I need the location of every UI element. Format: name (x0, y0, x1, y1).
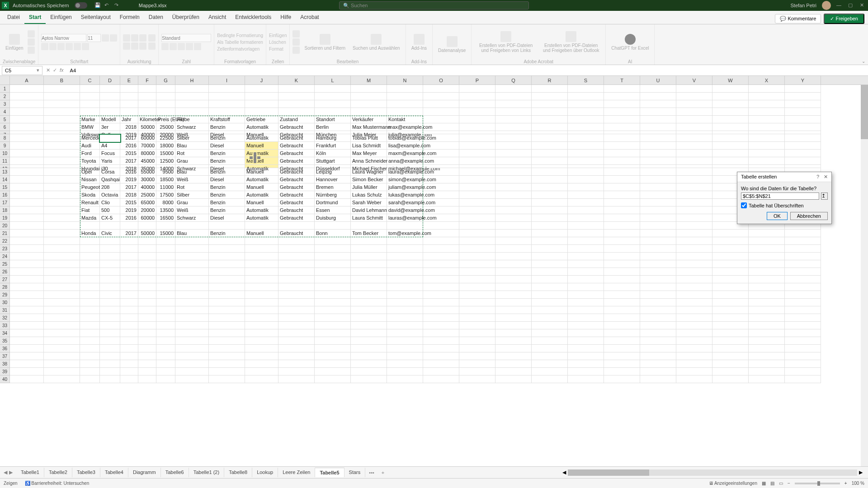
column-header[interactable]: S (568, 76, 604, 84)
cell[interactable] (495, 93, 532, 100)
cell[interactable] (532, 108, 568, 116)
data-analysis-button[interactable]: Datenanalyse (435, 34, 468, 55)
cell[interactable] (568, 123, 604, 131)
cell[interactable] (459, 375, 495, 383)
sheet-tab[interactable]: Tabelle3 (72, 468, 100, 477)
cell[interactable] (604, 150, 640, 157)
cell[interactable] (423, 260, 459, 268)
row-header[interactable]: 30 (0, 299, 10, 306)
cell[interactable] (749, 150, 785, 157)
cell[interactable] (459, 165, 495, 168)
cell[interactable] (712, 131, 749, 134)
cell[interactable]: 9500 (156, 168, 175, 176)
cell[interactable] (120, 222, 138, 230)
cell[interactable]: Gebraucht (278, 206, 315, 214)
cell[interactable]: Manuell (245, 157, 278, 165)
cell[interactable] (676, 116, 712, 123)
cell[interactable]: 20000 (156, 131, 175, 134)
cell[interactable] (604, 176, 640, 183)
cell[interactable] (245, 329, 278, 337)
cell[interactable] (785, 150, 821, 157)
cell[interactable] (156, 276, 175, 283)
cell[interactable] (532, 123, 568, 131)
cell[interactable]: Benzin (209, 123, 245, 131)
row-header[interactable]: 28 (0, 283, 10, 291)
cell[interactable]: A4 (100, 142, 120, 150)
cell[interactable]: Hamburg (315, 134, 351, 142)
cell[interactable]: 22500 (156, 134, 175, 142)
cell[interactable] (209, 253, 245, 260)
cell[interactable] (459, 131, 495, 134)
sheet-tab[interactable]: Leere Zeilen (278, 468, 315, 477)
cell[interactable]: Diesel (209, 176, 245, 183)
row-header[interactable]: 38 (0, 360, 10, 368)
cell[interactable] (495, 291, 532, 299)
cell[interactable] (175, 260, 209, 268)
cell[interactable]: Gebraucht (278, 142, 315, 150)
cell[interactable] (44, 142, 80, 150)
cell[interactable] (640, 260, 676, 268)
cell[interactable] (175, 245, 209, 253)
cell[interactable] (80, 352, 100, 360)
column-header[interactable]: N (387, 76, 423, 84)
currency-icon[interactable] (161, 43, 169, 50)
cell[interactable] (120, 85, 138, 93)
cell[interactable] (749, 123, 785, 131)
cell[interactable] (640, 306, 676, 314)
cell[interactable] (351, 283, 387, 291)
cell[interactable]: Automatik (245, 191, 278, 199)
cell[interactable] (640, 299, 676, 306)
undo-icon[interactable]: ↶ (104, 2, 111, 9)
cell[interactable] (785, 283, 821, 291)
cell[interactable] (156, 299, 175, 306)
cell[interactable]: A-Klasse (100, 134, 120, 142)
cell[interactable] (459, 314, 495, 322)
cell[interactable]: 2015 (120, 199, 138, 206)
cell[interactable] (175, 352, 209, 360)
zoom-slider[interactable] (795, 483, 840, 484)
cell[interactable] (604, 329, 640, 337)
cell[interactable] (749, 85, 785, 93)
cell[interactable]: Benzin (209, 150, 245, 157)
cell[interactable] (120, 314, 138, 322)
cell[interactable] (749, 283, 785, 291)
cell[interactable] (278, 108, 315, 116)
cell[interactable]: Gebraucht (278, 123, 315, 131)
cell[interactable] (640, 375, 676, 383)
cell[interactable] (315, 260, 351, 268)
minimize-icon[interactable]: — (836, 2, 843, 9)
cell[interactable]: Kontakt (387, 116, 423, 123)
cell[interactable] (209, 222, 245, 230)
cell[interactable] (120, 299, 138, 306)
cell[interactable] (532, 245, 568, 253)
cell[interactable] (175, 299, 209, 306)
cell[interactable] (568, 214, 604, 222)
cell[interactable] (100, 337, 120, 345)
cell[interactable] (712, 314, 749, 322)
insert-cells-button[interactable]: Einfügen (269, 33, 287, 38)
cell[interactable]: Tobias Plutt (351, 134, 387, 142)
paste-button[interactable]: Einfügen (3, 32, 26, 52)
cell[interactable] (568, 183, 604, 191)
cell[interactable] (640, 150, 676, 157)
cell[interactable] (568, 165, 604, 168)
cell[interactable] (423, 230, 459, 237)
cell[interactable] (495, 237, 532, 245)
cell[interactable] (459, 176, 495, 183)
cell[interactable] (138, 260, 156, 268)
cell[interactable]: Kraftstoff (209, 116, 245, 123)
cell[interactable] (459, 168, 495, 176)
column-header[interactable]: V (676, 76, 712, 84)
cell[interactable]: Gebraucht (278, 191, 315, 199)
cell[interactable] (100, 245, 120, 253)
more-sheets-icon[interactable]: ••• (365, 470, 378, 475)
cell[interactable] (749, 337, 785, 345)
align-top-icon[interactable] (123, 34, 130, 42)
cell[interactable] (10, 191, 44, 199)
cell[interactable]: 20000 (138, 206, 156, 214)
cell[interactable] (138, 345, 156, 352)
cell[interactable] (423, 116, 459, 123)
close-icon[interactable]: ✕ (860, 2, 866, 9)
column-header[interactable]: R (532, 76, 568, 84)
cell[interactable]: juliam@example.com (387, 183, 423, 191)
